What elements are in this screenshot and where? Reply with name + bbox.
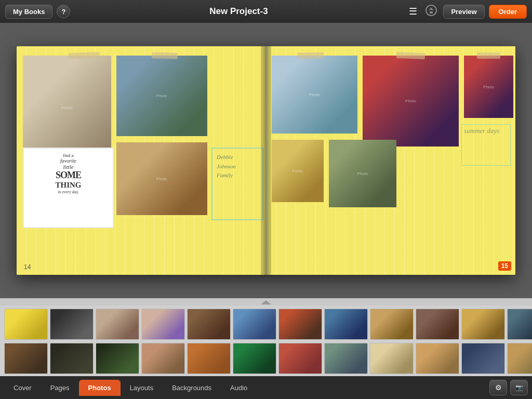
book-text-decoration: find a favorite little some THING in eve…	[23, 148, 114, 228]
page-number-right: 15	[498, 261, 511, 271]
preview-button[interactable]: Preview	[443, 5, 484, 19]
thumbnail-4[interactable]	[141, 309, 185, 340]
summer-days-text: summer days	[461, 124, 511, 166]
thumbnail-5[interactable]	[187, 309, 231, 340]
mybooks-button[interactable]: My Books	[5, 5, 52, 19]
thumbnail-19[interactable]	[278, 343, 322, 374]
tab-layouts[interactable]: Layouts	[121, 380, 163, 396]
thumbnail-14[interactable]	[50, 343, 94, 374]
photo-grandpa[interactable]: Photo	[23, 56, 111, 159]
thumbnail-10[interactable]	[416, 309, 459, 340]
photo-atv[interactable]: Photo	[116, 142, 207, 215]
settings-button[interactable]: ⚙	[489, 380, 507, 395]
panel-arrow	[0, 298, 532, 305]
svg-point-0	[426, 5, 436, 16]
add-photo-button[interactable]: 📷	[510, 380, 528, 395]
book-container: Photo Photo Photo find a	[17, 46, 515, 275]
text-everyday: in every day.	[28, 190, 109, 194]
photo-selfie[interactable]: Photo	[363, 56, 459, 147]
page-left[interactable]: Photo Photo Photo find a	[17, 46, 267, 275]
text-thing: THING	[28, 181, 109, 190]
thumbnail-18[interactable]	[233, 343, 276, 374]
text-favorite: favorite	[28, 158, 109, 164]
text-some: some	[28, 170, 109, 181]
thumbnail-20[interactable]	[324, 343, 368, 374]
tape-3	[298, 52, 324, 59]
thumbnail-3[interactable]	[96, 309, 139, 340]
thumbnail-6[interactable]	[233, 309, 276, 340]
thumbnail-7[interactable]	[278, 309, 322, 340]
book: Photo Photo Photo find a	[17, 46, 515, 275]
tape-4	[396, 52, 425, 59]
share-icon[interactable]	[423, 3, 439, 21]
header-right: ☰ Preview Order	[407, 3, 527, 21]
header-left: My Books ?	[5, 5, 70, 19]
tab-audio[interactable]: Audio	[221, 380, 257, 396]
family-name-line1: Debbie	[217, 153, 258, 162]
tab-pages[interactable]: Pages	[41, 380, 79, 396]
arrow-shape	[261, 300, 271, 304]
thumbnail-row-1	[0, 305, 532, 342]
thumbnail-row-2	[0, 342, 532, 376]
tab-photos[interactable]: Photos	[79, 380, 121, 396]
thumbnail-13[interactable]	[4, 343, 48, 374]
photo-grill[interactable]: Photo	[329, 140, 396, 207]
photo-family-dock[interactable]: Photo	[116, 56, 207, 136]
book-area: Photo Photo Photo find a	[0, 23, 532, 298]
bottom-toolbar: Cover Pages Photos Layouts Backgrounds A…	[0, 376, 532, 399]
tab-backgrounds[interactable]: Backgrounds	[163, 380, 221, 396]
thumbnail-22[interactable]	[416, 343, 459, 374]
thumbnail-11[interactable]	[461, 309, 505, 340]
thumbnail-16[interactable]	[141, 343, 185, 374]
project-title: New Project-3	[70, 6, 407, 17]
thumbnail-23[interactable]	[461, 343, 505, 374]
family-name-line3: Family	[217, 171, 258, 180]
family-name-line2: Johnson	[217, 162, 258, 171]
photo-top-right[interactable]: Photo	[464, 56, 513, 118]
text-find: find a	[28, 153, 109, 158]
add-photo-icon: 📷	[515, 384, 523, 391]
help-button[interactable]: ?	[57, 5, 70, 18]
photo-babies[interactable]: Photo	[272, 56, 357, 134]
settings-icon: ⚙	[495, 383, 502, 392]
svg-point-1	[430, 8, 432, 10]
page-right[interactable]: Photo Photo Photo Photo	[267, 46, 515, 275]
thumbnail-21[interactable]	[370, 343, 414, 374]
tab-cover[interactable]: Cover	[4, 380, 41, 396]
family-name-text: Debbie Johnson Family	[211, 148, 263, 220]
thumbnail-8[interactable]	[324, 309, 368, 340]
list-view-icon[interactable]: ☰	[407, 4, 419, 19]
thumbnail-15[interactable]	[96, 343, 139, 374]
summer-days-label: summer days	[462, 125, 510, 137]
photo-birthday[interactable]: Photo	[272, 140, 324, 202]
tape-5	[477, 52, 500, 59]
tape-1	[69, 52, 100, 59]
bottom-panel: Cover Pages Photos Layouts Backgrounds A…	[0, 298, 532, 399]
header: My Books ? New Project-3 ☰ Preview Order	[0, 0, 532, 23]
thumbnail-9[interactable]	[370, 309, 414, 340]
thumbnail-17[interactable]	[187, 343, 231, 374]
thumbnail-24[interactable]	[507, 343, 532, 374]
tape-2	[152, 52, 178, 59]
thumbnail-12[interactable]	[507, 309, 532, 340]
page-number-left: 14	[24, 263, 31, 271]
thumbnail-1[interactable]	[4, 309, 48, 340]
svg-rect-2	[430, 11, 433, 14]
order-button[interactable]: Order	[489, 5, 527, 19]
text-little: little	[28, 164, 109, 170]
thumbnail-2[interactable]	[50, 309, 94, 340]
